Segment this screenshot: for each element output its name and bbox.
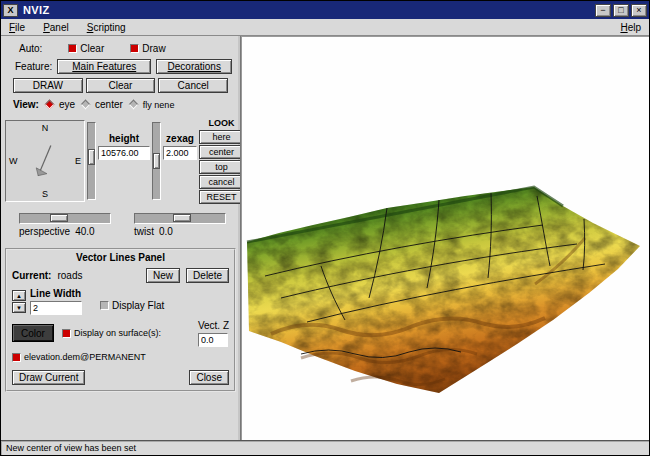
menu-help[interactable]: Help [618,21,643,34]
main-content: Auto: Clear Draw Feature: Main Features … [1,36,649,440]
terrain-surface [247,187,640,393]
look-top-button[interactable]: top [199,160,241,174]
perspective-slider-handle[interactable] [50,214,68,222]
zexag-group: zexag [163,133,197,160]
view-fly-radio[interactable]: fly nene [129,100,175,110]
close-panel-button[interactable]: Close [189,370,229,385]
display-on-surface-label: Display on surface(s): [74,328,161,338]
display-flat-label: Display Flat [112,300,164,311]
view-label: View: [13,99,39,110]
view-center-label: center [95,99,123,110]
color-row: Color Display on surface(s): Vect. Z [12,320,229,347]
draw-current-button[interactable]: Draw Current [12,370,85,385]
twist-slider[interactable] [134,213,226,224]
new-vector-button[interactable]: New [146,268,180,283]
scale-row: perspective 40.0 twist 0.0 [5,213,236,237]
navigation-block: N S W E height [5,117,236,204]
auto-clear-label: Clear [80,43,104,54]
height-input[interactable] [98,146,150,160]
spin-down-button[interactable]: ▼ [12,302,26,313]
checkbox-indicator [62,329,71,338]
view-method-row: View: eye center fly nene [5,97,236,112]
draw-button[interactable]: DRAW [13,78,83,93]
minimize-button[interactable]: − [595,4,611,17]
view-center-radio[interactable]: center [81,99,123,110]
perspective-value: 40.0 [75,226,94,237]
zexag-label: zexag [166,133,194,144]
nviz-window: X NVIZ − □ × File Panel Scripting Help A… [0,0,650,456]
menu-panel[interactable]: Panel [41,21,71,34]
auto-draw-label: Draw [142,43,165,54]
current-label: Current: [12,270,51,281]
maximize-button[interactable]: □ [613,4,629,17]
display-on-surface-checkbox[interactable]: Display on surface(s): [62,328,161,338]
menubar: File Panel Scripting Help [1,19,649,36]
zexag-slider[interactable] [152,122,161,200]
display-flat-checkbox[interactable]: Display Flat [100,300,164,311]
line-width-group: Line Width [30,288,82,315]
render-canvas[interactable] [241,36,649,440]
main-features-menubutton[interactable]: Main Features [57,59,151,74]
twist-slider-handle[interactable] [173,214,191,222]
current-vector-name: roads [57,270,82,281]
down-arrow-icon: ▼ [16,305,22,311]
vector-lines-panel: Vector Lines Panel Current: roads New De… [5,248,236,392]
checkbox-indicator [100,301,109,310]
height-group: height [98,133,150,160]
clear-button[interactable]: Clear [86,78,156,93]
perspective-slider[interactable] [19,213,111,224]
auto-draw-checkbox[interactable]: Draw [130,43,165,54]
view-fly-label: fly nene [143,100,175,110]
spin-up-button[interactable]: ▲ [12,290,26,301]
twist-value: 0.0 [159,226,173,237]
feature-row: Feature: Main Features Decorations [5,59,236,74]
zexag-input[interactable] [163,146,197,160]
menu-scripting[interactable]: Scripting [85,21,128,34]
surface-checkbox[interactable]: elevation.dem@PERMANENT [12,352,146,362]
perspective-label: perspective [19,226,70,237]
line-width-row: ▲ ▼ Line Width Display Flat [12,288,229,315]
auto-label: Auto: [19,43,42,54]
view-eye-radio[interactable]: eye [45,99,75,110]
decorations-menubutton[interactable]: Decorations [156,59,232,74]
height-slider[interactable] [87,122,96,200]
vect-z-input[interactable] [198,333,228,347]
auto-clear-checkbox[interactable]: Clear [68,43,104,54]
radio-indicator [81,100,91,110]
status-bar: New center of view has been set [1,440,649,455]
look-label: LOOK [199,117,241,129]
twist-label: twist [134,226,154,237]
look-here-button[interactable]: here [199,130,241,144]
color-button[interactable]: Color [12,324,54,342]
window-menu-icon[interactable]: X [3,4,18,17]
twist-group: twist 0.0 [134,213,226,237]
view-eye-label: eye [59,99,75,110]
look-panel: LOOK here center top cancel RESET [199,117,241,204]
checkbox-indicator [130,44,139,53]
terrain-render [241,36,649,440]
view-position-pad[interactable]: N S W E [5,120,85,202]
height-slider-handle[interactable] [88,149,95,165]
look-center-button[interactable]: center [199,145,241,159]
menu-file[interactable]: File [7,21,27,34]
checkbox-indicator [12,353,21,362]
checkbox-indicator [68,44,77,53]
surface-list-row: elevation.dem@PERMANENT [12,352,229,362]
height-label: height [109,133,139,144]
delete-vector-button[interactable]: Delete [186,268,229,283]
close-button[interactable]: × [631,4,647,17]
compass-needle-icon [6,121,84,201]
look-cancel-button[interactable]: cancel [199,175,241,189]
vect-z-label: Vect. Z [198,320,229,331]
reset-button[interactable]: RESET [199,190,241,204]
cancel-button[interactable]: Cancel [158,78,228,93]
titlebar[interactable]: X NVIZ − □ × [1,1,649,19]
control-panel: Auto: Clear Draw Feature: Main Features … [1,36,241,440]
line-width-input[interactable] [30,301,82,315]
vector-panel-title: Vector Lines Panel [12,252,229,263]
up-arrow-icon: ▲ [16,293,22,299]
action-row: DRAW Clear Cancel [5,77,236,94]
zexag-slider-handle[interactable] [153,153,160,169]
surface-name-label: elevation.dem@PERMANENT [24,352,146,362]
radio-indicator [128,100,138,110]
